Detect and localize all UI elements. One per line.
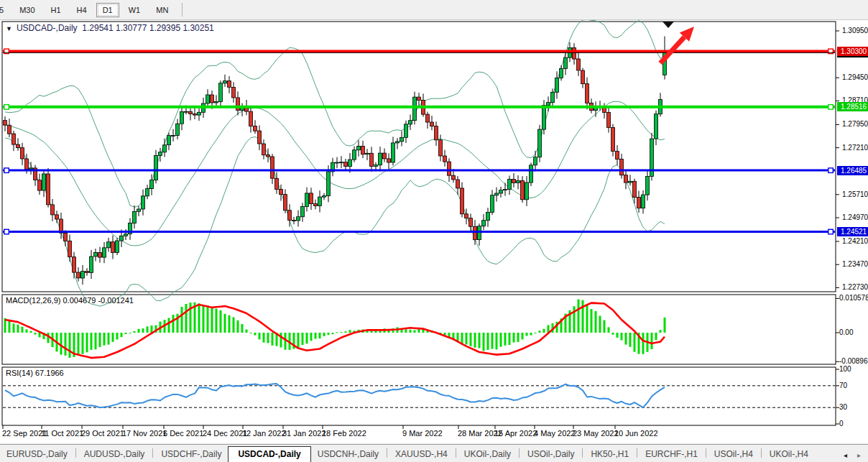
tab-eurchf-h1[interactable]: EURCHF-,H1: [639, 447, 704, 462]
rsi-pane: [2, 367, 836, 425]
chart-canvas: [0, 0, 868, 462]
tab-separator: [519, 448, 520, 458]
symbol-tab-bar: EURUSD-,DailyAUDUSD-,DailyUSDCHF-,DailyU…: [0, 444, 868, 462]
main-pane: [2, 22, 836, 292]
hline-anchor[interactable]: [4, 229, 9, 234]
tab-separator: [637, 448, 637, 458]
tab-eurusd-daily[interactable]: EURUSD-,Daily: [0, 447, 74, 462]
hline-anchor[interactable]: [828, 168, 834, 173]
timeframe-button-h1[interactable]: H1: [45, 3, 68, 17]
timeframe-button-h4[interactable]: H4: [70, 3, 93, 17]
timeframe-toolbar: 5M30H1H4D1W1MN: [0, 0, 868, 20]
tab-usoil-daily[interactable]: USOil-,Daily: [521, 447, 581, 462]
timeframe-button-d1[interactable]: D1: [96, 3, 119, 17]
tab-scroll-buttons: ◂▸: [844, 451, 861, 459]
tab-usdchf-daily[interactable]: USDCHF-,Daily: [154, 447, 228, 462]
timeframe-button-5[interactable]: 5: [0, 3, 10, 17]
tab-audusd-daily[interactable]: AUDUSD-,Daily: [78, 447, 152, 462]
timeframe-button-w1[interactable]: W1: [122, 3, 147, 17]
timeframe-button-m30[interactable]: M30: [13, 3, 41, 17]
tab-usoil-h4[interactable]: USOil-,H4: [708, 447, 760, 462]
tab-scroll-left-icon[interactable]: ◂: [844, 451, 847, 459]
tab-scroll-right-icon[interactable]: ▸: [857, 451, 861, 459]
hline-anchor[interactable]: [828, 229, 834, 234]
hline-anchor[interactable]: [4, 105, 9, 110]
tab-usdcnh-daily[interactable]: USDCNH-,Daily: [311, 447, 385, 462]
tab-ukoil-h4[interactable]: UKOil-,H4: [763, 447, 815, 462]
tab-separator: [152, 448, 153, 458]
tab-separator: [582, 448, 583, 458]
tab-hk50-h1[interactable]: HK50-,H1: [584, 447, 635, 462]
hline-anchor[interactable]: [828, 105, 834, 110]
toolbar-separator: [182, 3, 183, 17]
tab-separator: [456, 448, 456, 458]
tab-ukoil-daily[interactable]: UKOil-,Daily: [458, 447, 517, 462]
hline-anchor[interactable]: [4, 168, 9, 173]
tab-separator: [387, 448, 387, 458]
tab-separator: [75, 448, 76, 458]
tab-separator: [706, 448, 706, 458]
tab-usdcad-daily[interactable]: USDCAD-,Daily: [228, 446, 310, 462]
tab-separator: [761, 448, 762, 458]
tab-xauusd-h4[interactable]: XAUUSD-,H4: [389, 447, 454, 462]
timeframe-button-mn[interactable]: MN: [149, 3, 175, 17]
